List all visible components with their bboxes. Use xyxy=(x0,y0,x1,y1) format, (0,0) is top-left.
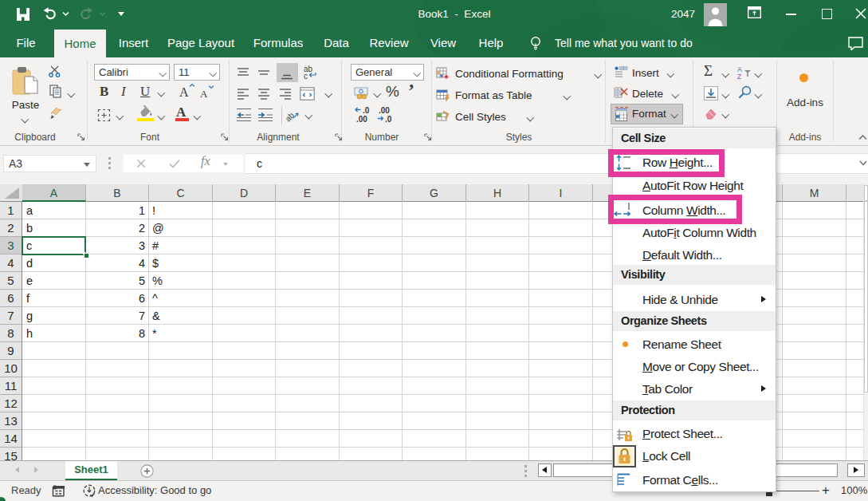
svg-text:.0: .0 xyxy=(363,106,370,115)
svg-text:Z: Z xyxy=(737,73,741,80)
svg-text:.00: .00 xyxy=(356,115,367,124)
svg-text:.00: .00 xyxy=(379,106,390,115)
svg-text:c: c xyxy=(304,72,308,81)
svg-text:.0: .0 xyxy=(385,115,392,124)
